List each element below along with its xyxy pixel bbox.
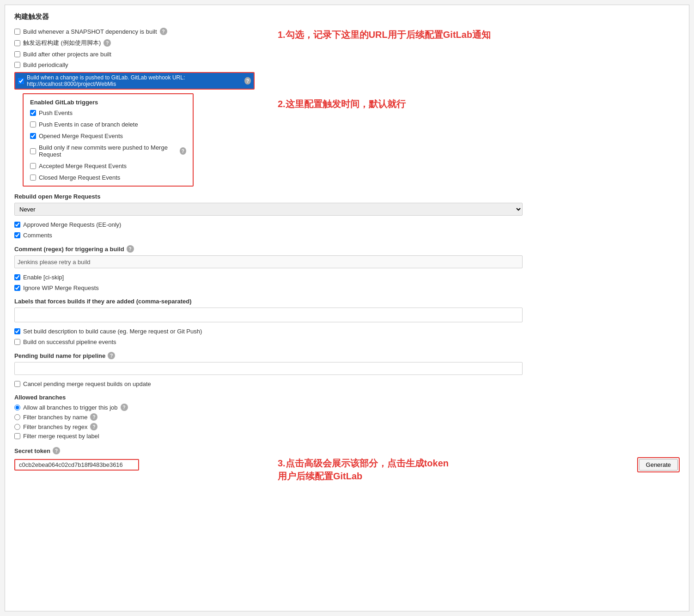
trigger-closed-mr: Closed Merge Request Events xyxy=(30,174,186,181)
radio-all-branches-help[interactable]: ? xyxy=(121,404,128,411)
ci-skip-checkbox[interactable] xyxy=(14,274,20,280)
cancel-pending-checkbox[interactable] xyxy=(14,381,20,387)
periodically-checkbox-row: Build periodically xyxy=(14,61,680,68)
radio-filter-label-input[interactable] xyxy=(14,433,20,439)
set-build-desc-row: Set build description to build cause (eg… xyxy=(14,328,680,335)
remote-help-icon[interactable]: ? xyxy=(103,39,111,47)
ignore-wip-row: Ignore WIP Merge Requests xyxy=(14,284,680,291)
ci-skip-row: Enable [ci-skip] xyxy=(14,274,680,281)
allowed-branches-section: Allowed branches Allow all branches to t… xyxy=(14,394,680,440)
trigger-accepted-mr: Accepted Merge Request Events xyxy=(30,163,186,169)
after-other-label[interactable]: Build after other projects are built xyxy=(23,51,111,58)
periodically-checkbox[interactable] xyxy=(14,62,20,68)
gitlab-help-icon[interactable]: ? xyxy=(244,77,251,85)
gitlab-triggers-title: Enabled GitLab triggers xyxy=(30,99,186,106)
periodically-label[interactable]: Build periodically xyxy=(23,61,68,68)
gitlab-checkbox[interactable] xyxy=(18,78,24,84)
allowed-branches-title: Allowed branches xyxy=(14,394,680,401)
generate-button-wrapper: Generate xyxy=(637,457,680,472)
trigger-branch-delete-label[interactable]: Push Events in case of branch delete xyxy=(39,121,138,128)
radio-filter-regex-label[interactable]: Filter branches by regex xyxy=(23,423,87,430)
ci-skip-label[interactable]: Enable [ci-skip] xyxy=(23,274,64,281)
trigger-push-events-checkbox[interactable] xyxy=(30,110,36,116)
comments-row: Comments xyxy=(14,232,680,239)
comment-regex-help-icon[interactable]: ? xyxy=(127,245,134,253)
comment-regex-label: Comment (regex) for triggering a build ? xyxy=(14,245,680,253)
generate-button[interactable]: Generate xyxy=(639,459,678,471)
radio-filter-regex-input[interactable] xyxy=(14,424,20,430)
ignore-wip-checkbox[interactable] xyxy=(14,285,20,291)
gitlab-label[interactable]: Build when a change is pushed to GitLab.… xyxy=(27,74,242,87)
trigger-opened-mr-label[interactable]: Opened Merge Request Events xyxy=(39,133,123,139)
pending-build-label: Pending build name for pipeline ? xyxy=(14,352,680,359)
approved-mr-checkbox[interactable] xyxy=(14,222,20,228)
trigger-push-events-label[interactable]: Push Events xyxy=(39,109,73,116)
labels-force-input[interactable] xyxy=(14,308,523,322)
set-build-desc-label[interactable]: Set build description to build cause (eg… xyxy=(23,328,202,335)
snapshot-help-icon[interactable]: ? xyxy=(160,28,167,35)
trigger-closed-mr-checkbox[interactable] xyxy=(30,175,36,181)
snapshot-label[interactable]: Build whenever a SNAPSHOT dependency is … xyxy=(23,28,157,35)
secret-token-box: c0cb2ebea064c02cd7b18f9483be3616 xyxy=(14,459,139,471)
comments-label[interactable]: Comments xyxy=(23,232,52,239)
radio-filter-name-help[interactable]: ? xyxy=(90,413,97,421)
trigger-accepted-mr-checkbox[interactable] xyxy=(30,163,36,169)
pending-build-input[interactable] xyxy=(14,362,523,375)
trigger-new-commits-help[interactable]: ? xyxy=(180,147,186,155)
trigger-opened-mr-checkbox[interactable] xyxy=(30,133,36,139)
section-title: 构建触发器 xyxy=(14,12,680,21)
remote-checkbox[interactable] xyxy=(14,40,20,46)
radio-all-branches-label[interactable]: Allow all branches to trigger this job xyxy=(23,404,118,411)
allowed-branches-radio-group: Allow all branches to trigger this job ?… xyxy=(14,404,680,440)
labels-force-label: Labels that forces builds if they are ad… xyxy=(14,298,680,305)
trigger-branch-delete: Push Events in case of branch delete xyxy=(30,121,186,128)
radio-filter-name-input[interactable] xyxy=(14,414,20,420)
rebuild-mr-label: Rebuild open Merge Requests xyxy=(14,193,680,200)
secret-token-label-text: Secret token xyxy=(14,447,50,454)
gitlab-triggers-box: Enabled GitLab triggers Push Events Push… xyxy=(23,93,194,187)
trigger-new-commits-checkbox[interactable] xyxy=(30,148,36,154)
comment-regex-label-text: Comment (regex) for triggering a build xyxy=(14,246,124,253)
after-other-checkbox-row: Build after other projects are built xyxy=(14,51,680,58)
radio-filter-regex-help[interactable]: ? xyxy=(90,423,97,430)
cancel-pending-row: Cancel pending merge request builds on u… xyxy=(14,380,680,387)
radio-filter-regex: Filter branches by regex ? xyxy=(14,423,680,430)
approved-mr-label[interactable]: Approved Merge Requests (EE-only) xyxy=(23,221,121,228)
trigger-push-events: Push Events xyxy=(30,109,186,116)
remote-label[interactable]: 触发远程构建 (例如使用脚本) xyxy=(23,39,101,47)
radio-filter-label: Filter merge request by label xyxy=(14,433,680,440)
radio-all-branches: Allow all branches to trigger this job ? xyxy=(14,404,680,411)
set-build-desc-checkbox[interactable] xyxy=(14,328,20,334)
secret-token-value: c0cb2ebea064c02cd7b18f9483be3616 xyxy=(19,461,123,468)
trigger-accepted-mr-label[interactable]: Accepted Merge Request Events xyxy=(39,163,127,169)
trigger-closed-mr-label[interactable]: Closed Merge Request Events xyxy=(39,174,120,181)
ignore-wip-label[interactable]: Ignore WIP Merge Requests xyxy=(23,284,99,291)
approved-mr-row: Approved Merge Requests (EE-only) xyxy=(14,221,680,228)
trigger-new-commits-label[interactable]: Build only if new commits were pushed to… xyxy=(39,144,177,158)
pending-build-help-icon[interactable]: ? xyxy=(108,352,115,359)
cancel-pending-label[interactable]: Cancel pending merge request builds on u… xyxy=(23,380,151,387)
trigger-opened-mr: Opened Merge Request Events xyxy=(30,133,186,139)
build-on-pipeline-label[interactable]: Build on successful pipeline events xyxy=(23,338,116,345)
gitlab-checkbox-row: Build when a change is pushed to GitLab.… xyxy=(14,72,255,90)
secret-token-row: c0cb2ebea064c02cd7b18f9483be3616 Generat… xyxy=(14,457,680,472)
annotation-2: 2.这里配置触发时间，默认就行 xyxy=(278,97,532,110)
after-other-checkbox[interactable] xyxy=(14,51,20,57)
comments-checkbox[interactable] xyxy=(14,232,20,238)
secret-token-help-icon[interactable]: ? xyxy=(53,447,60,454)
trigger-new-commits: Build only if new commits were pushed to… xyxy=(30,144,186,158)
radio-filter-name-label[interactable]: Filter branches by name xyxy=(23,414,87,421)
radio-filter-name: Filter branches by name ? xyxy=(14,413,680,421)
build-on-pipeline-checkbox[interactable] xyxy=(14,339,20,345)
build-on-pipeline-row: Build on successful pipeline events xyxy=(14,338,680,345)
rebuild-mr-select[interactable]: Never On push to source branch On push t… xyxy=(14,203,523,216)
pending-build-label-text: Pending build name for pipeline xyxy=(14,352,105,359)
trigger-branch-delete-checkbox[interactable] xyxy=(30,121,36,127)
radio-all-branches-input[interactable] xyxy=(14,405,20,411)
snapshot-checkbox[interactable] xyxy=(14,29,20,35)
comment-regex-input[interactable] xyxy=(14,255,523,268)
annotation-1: 1.勾选，记录下这里的URL用于后续配置GitLab通知 xyxy=(278,28,532,41)
radio-filter-label-label[interactable]: Filter merge request by label xyxy=(23,433,99,440)
